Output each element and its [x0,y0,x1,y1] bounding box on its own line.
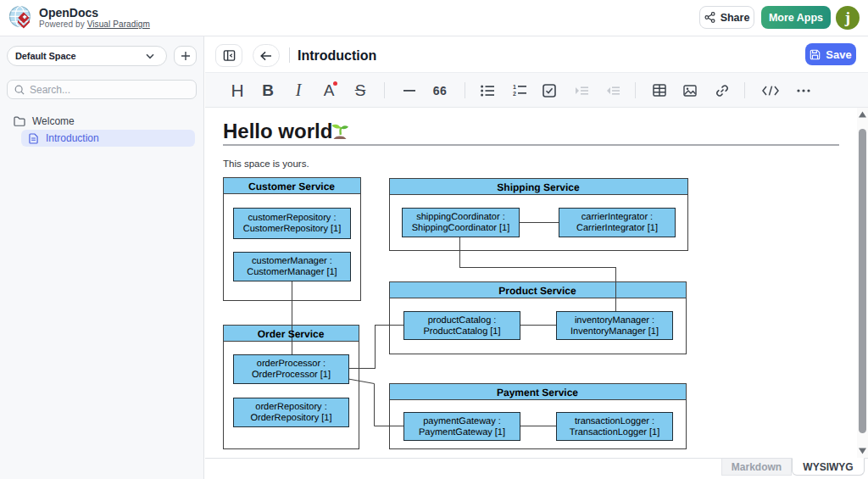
svg-text:CustomerManager [1]: CustomerManager [1] [247,267,337,277]
svg-text:ShippingCoordinator [1]: ShippingCoordinator [1] [412,223,510,233]
svg-text:customerManager :: customerManager : [252,256,332,266]
svg-text:shippingCoordinator :: shippingCoordinator : [416,212,505,222]
svg-text:1: 1 [513,84,516,90]
svg-text:carrierIntegrator :: carrierIntegrator : [581,212,653,222]
svg-text:ProductCatalog [1]: ProductCatalog [1] [423,326,500,337]
svg-text:paymentGateway :: paymentGateway : [423,416,501,426]
svg-text:TransactionLogger [1]: TransactionLogger [1] [570,427,660,437]
svg-text:productCatalog :: productCatalog : [428,315,497,326]
svg-text:OrderProcessor [1]: OrderProcessor [1] [252,370,331,380]
svg-text:transactionLogger :: transactionLogger : [575,416,654,426]
svg-text:Shipping Service: Shipping Service [497,181,580,193]
svg-text:OrderRepository [1]: OrderRepository [1] [251,413,332,423]
svg-text:customerRepository :: customerRepository : [248,213,337,223]
svg-text:InventoryManager [1]: InventoryManager [1] [570,326,659,337]
svg-text:CarrierIntegrator [1]: CarrierIntegrator [1] [576,223,658,233]
svg-text:Product Service: Product Service [498,285,576,297]
svg-text:Customer Service: Customer Service [248,181,335,192]
svg-text:orderProcessor :: orderProcessor : [257,359,326,369]
svg-text:inventoryManager :: inventoryManager : [575,315,654,326]
svg-text:Order Service: Order Service [258,328,325,340]
svg-text:CustomerRepository [1]: CustomerRepository [1] [243,224,342,234]
svg-text:PaymentGateway [1]: PaymentGateway [1] [419,427,505,437]
svg-text:Payment Service: Payment Service [497,387,578,398]
svg-text:orderRepository :: orderRepository : [255,402,326,412]
svg-text:2: 2 [513,91,516,97]
